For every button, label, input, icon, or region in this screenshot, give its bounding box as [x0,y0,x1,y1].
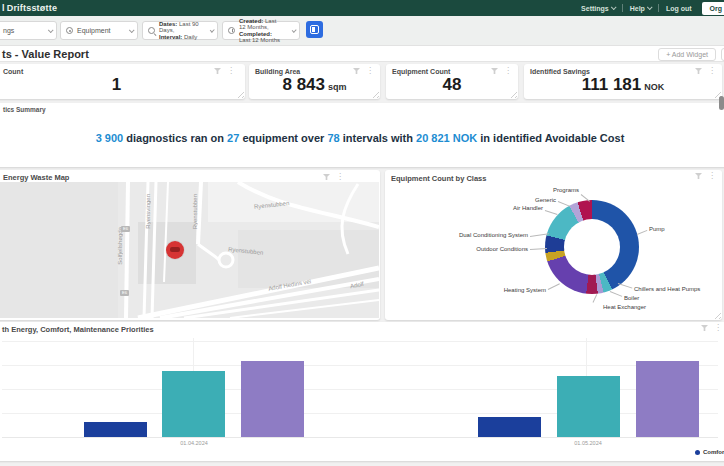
x-axis-label: 01.05.2024 [548,440,628,446]
kebab-menu-icon[interactable]: ⋮ [708,173,716,179]
created-filter-dropdown[interactable]: Created: Last 12 Months, Completed: Last… [222,21,300,40]
bar-energy[interactable] [162,371,225,437]
divider [658,4,659,12]
bar-maintenance[interactable] [636,361,699,437]
donut-label: Heating System [504,287,546,293]
chevron-down-icon [48,27,54,33]
street-label: Ryensvingen [145,194,151,229]
add-widget-button[interactable]: + Add Widget [658,48,716,61]
apply-filters-button[interactable] [306,21,323,38]
help-menu[interactable]: Help [630,5,651,12]
kebab-menu-icon[interactable]: ⋮ [336,174,344,180]
road-badge: E6 [121,226,130,232]
buildings-filter-dropdown[interactable]: ngs [0,21,57,40]
summary-sentence: 3 900 diagnostics ran on 27 equipment ov… [0,132,724,144]
donut-label: Heat Exchanger [603,304,646,310]
vertical-scrollbar-thumb[interactable] [719,96,724,110]
road-badge: E6 [120,290,129,296]
chart-legend: Comfort Energy [0,449,724,459]
label-connector [610,291,622,297]
chevron-down-icon [647,4,653,10]
bar-energy[interactable] [557,376,620,437]
legend-dot [695,450,700,455]
top-navbar: l Driftsstøtte Settings Help Log out Org [0,0,724,16]
kpi-unit: NOK [644,82,664,92]
label-connector [618,283,633,289]
org-button[interactable]: Org [702,2,724,15]
street-label: Ryenstubben [192,194,198,229]
filter-icon[interactable] [695,68,702,74]
map-title: Energy Waste Map [3,173,69,182]
divider [622,4,623,12]
equipment-count-by-class-card: Equipment Count by Class ⋮ Programs Gene… [385,170,722,320]
dates-filter-text: Dates: Last 90 Days, Interval: Daily [159,21,202,41]
filter-icon[interactable] [695,173,702,179]
kpi-card-count: Count ⋮ 1 [0,64,245,99]
kebab-menu-icon[interactable]: ⋮ [366,68,374,74]
filter-icon[interactable] [323,174,330,180]
app-title: Driftsstøtte [7,3,57,13]
equipment-filter-label: Equipment [77,27,110,34]
filter-icon[interactable] [214,68,221,74]
donut-label: Air Handler [513,205,543,211]
donut-label: Outdoor Conditions [476,246,528,252]
chevron-down-icon [292,27,297,32]
label-connector [548,283,560,290]
kpi-label: Count [3,68,23,75]
donut-label: Programs [553,187,579,193]
donut-label: Generic [535,197,556,203]
settings-menu[interactable]: Settings [581,5,615,12]
donut-title: Equipment Count by Class [391,174,486,183]
filter-icon[interactable] [491,68,498,74]
donut-label: Chillers and Heat Pumps [634,286,700,292]
kebab-menu-icon[interactable]: ⋮ [504,68,512,74]
report-header: ts - Value Report + Add Widget [0,46,724,62]
clock-icon [228,27,235,34]
chevron-down-icon [210,27,215,32]
label-connector [558,201,570,207]
kpi-label: Building Area [255,68,300,75]
x-axis-label: 01.04.2024 [154,440,234,446]
dates-filter-dropdown[interactable]: Dates: Last 90 Days, Interval: Daily [142,21,218,40]
bar-maintenance[interactable] [241,361,304,437]
app-logo-fragment: l [2,3,5,13]
kpi-label: Identified Savings [530,68,590,75]
filter-icon[interactable] [353,68,360,74]
kpi-card-equipment-count: Equipment Count ⋮ 48 [386,64,518,99]
energy-waste-map-card: Energy Waste Map ⋮ Ryensvingen Ryenstubb… [0,170,380,320]
label-connector [593,294,598,303]
page-title: ts - Value Report [2,48,89,60]
search-icon [148,27,155,34]
label-connector [637,230,648,235]
map-canvas[interactable]: Ryensvingen Ryenstubben Ryenstubben Ryen… [0,182,379,318]
label-connector [545,210,558,215]
chevron-down-icon [129,27,135,33]
street-label: Solfjellshøgda [117,227,123,265]
logout-button[interactable]: Log out [666,5,692,12]
legend-item[interactable]: Comfort [695,449,724,455]
diagnostics-summary-card: tics Summary 3 900 diagnostics ran on 27… [0,103,724,167]
created-filter-text: Created: Last 12 Months, Completed: Last… [239,18,284,44]
donut-label: Pump [649,226,665,232]
bar-comfort[interactable] [84,422,147,437]
kpi-value: 8 843sqm [249,75,380,95]
kpi-unit: sqm [328,82,347,92]
kebab-menu-icon[interactable]: ⋮ [708,68,716,74]
gear-icon [66,27,73,34]
kpi-label: Equipment Count [392,68,450,75]
resize-handle[interactable] [714,312,721,319]
building-map-marker[interactable] [166,241,184,259]
dashboard-icon [310,25,319,34]
kpi-value: 1 [0,75,245,95]
kpi-card-building-area: Building Area ⋮ 8 843sqm [249,64,380,99]
kebab-menu-icon[interactable]: ⋮ [227,68,235,74]
priorities-chart-card: th Energy, Comfort, Maintenance Prioriti… [0,322,724,461]
donut-label: Boiler [624,295,639,301]
chevron-down-icon [611,4,617,10]
summary-title: tics Summary [3,106,46,113]
filter-bar: ngs Equipment Dates: Last 90 Days, Inter… [0,16,724,46]
bar-comfort[interactable] [478,417,541,437]
donut-hole [564,219,620,275]
equipment-filter-dropdown[interactable]: Equipment [60,21,138,40]
kpi-value: 48 [386,75,518,95]
